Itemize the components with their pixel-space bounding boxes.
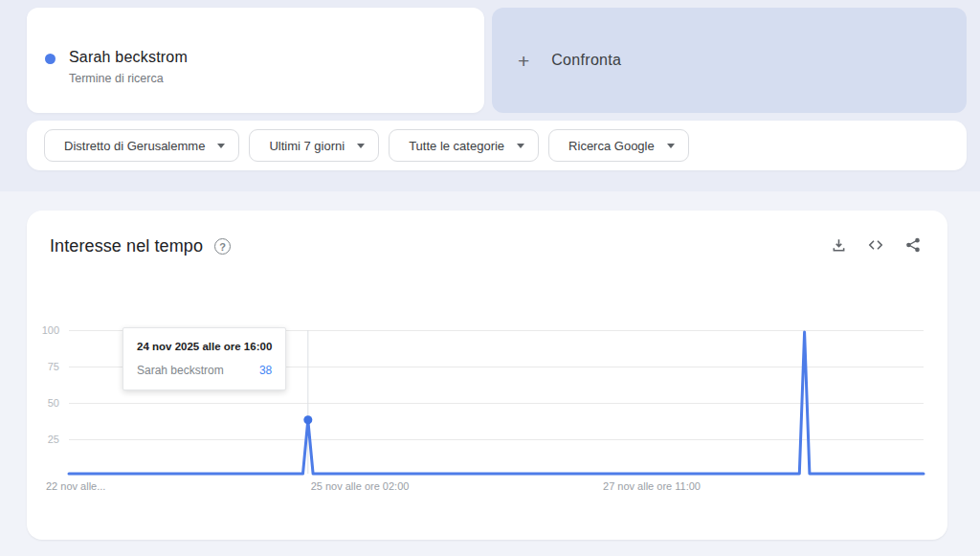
share-icon[interactable]: [903, 235, 923, 255]
filter-searchtype-dropdown[interactable]: Ricerca Google: [548, 129, 689, 162]
tooltip-date: 24 nov 2025 alle ore 16:00: [137, 341, 272, 352]
chart-tooltip: 24 nov 2025 alle ore 16:00 Sarah beckstr…: [122, 327, 286, 390]
blue-dot-icon: [45, 54, 56, 64]
filter-region-dropdown[interactable]: Distretto di Gerusalemme: [44, 129, 239, 162]
filter-time-dropdown[interactable]: Ultimi 7 giorni: [249, 129, 379, 162]
hover-dot: [303, 415, 312, 424]
filter-bar: Distretto di Gerusalemme Ultimi 7 giorni…: [27, 121, 967, 170]
x-axis-tick: 22 nov alle...: [46, 480, 105, 492]
chevron-down-icon: [667, 144, 675, 148]
compare-add-button[interactable]: + Confronta: [492, 8, 967, 113]
chevron-down-icon: [517, 144, 524, 148]
chart-title: Interesse nel tempo: [50, 236, 203, 256]
tooltip-term: Sarah beckstrom: [137, 364, 224, 377]
search-term-subtitle: Termine di ricerca: [69, 72, 188, 85]
chevron-down-icon: [357, 144, 365, 148]
filter-category-label: Tutte le categorie: [409, 139, 504, 153]
y-axis-tick: 50: [29, 397, 59, 409]
filter-region-label: Distretto di Gerusalemme: [64, 139, 205, 153]
download-icon[interactable]: [829, 235, 848, 255]
y-axis-tick: 100: [29, 324, 59, 336]
compare-label: Confronta: [551, 52, 621, 69]
tooltip-value: 38: [259, 364, 272, 377]
filter-searchtype-label: Ricerca Google: [568, 139, 655, 153]
y-axis-tick: 25: [29, 434, 59, 445]
embed-code-icon[interactable]: [866, 235, 885, 255]
y-axis-tick: 75: [29, 361, 59, 372]
x-axis-tick: 25 nov alle ore 02:00: [311, 480, 410, 492]
search-term-label: Sarah beckstrom: [69, 49, 188, 66]
plus-icon: +: [518, 51, 529, 71]
help-icon[interactable]: ?: [214, 238, 231, 255]
chevron-down-icon: [217, 144, 225, 148]
search-term-card[interactable]: Sarah beckstrom Termine di ricerca: [27, 8, 484, 113]
interest-over-time-card: Interesse nel tempo ?: [27, 211, 947, 540]
filter-time-label: Ultimi 7 giorni: [269, 139, 345, 153]
x-axis-tick: 27 nov alle ore 11:00: [603, 480, 701, 492]
filter-category-dropdown[interactable]: Tutte le categorie: [389, 129, 539, 162]
